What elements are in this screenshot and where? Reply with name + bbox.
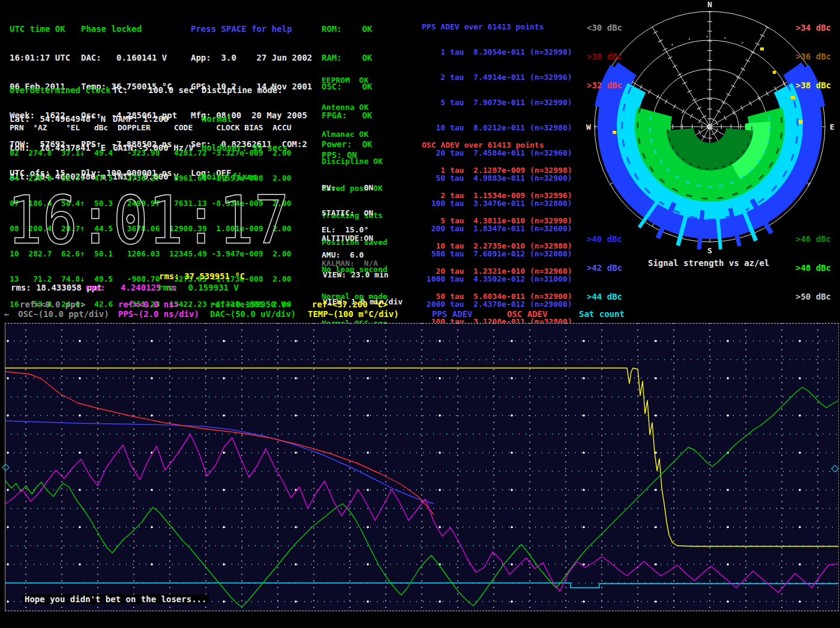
status-message: Hope you didn't bet on the losers... <box>22 594 209 604</box>
rms-temp: rms: 37.539951 °C <box>159 271 245 281</box>
adev-row: 20 tau 1.2321e-010 (n=32960) <box>422 267 572 276</box>
dac-value: DAC: 0.160141 V <box>81 53 177 62</box>
digital-clock: 16:01:17 <box>5 182 299 255</box>
dbc-legend-top-right: >34 dBc >36 dBc >38 dBc <box>796 4 831 109</box>
compass-east-label: E <box>830 122 835 131</box>
view-span: VIEW: 23.0 min <box>323 270 403 279</box>
dbc-lt30: <30 dBc <box>587 23 622 32</box>
time-constant: TC: 100.0 sec <box>113 85 194 95</box>
clock-digits: 16:01:17 <box>7 182 289 253</box>
dbc-gt36: >36 dBc <box>796 52 831 61</box>
ref-pps: ref=<0.0 ns> <box>118 300 179 309</box>
scale-osc: OSC~(10.0 ppt/div) <box>18 309 109 319</box>
adev-row: 10 tau 2.2735e-010 (n=32980) <box>422 242 572 250</box>
dbc-gt46: >46 dBc <box>796 234 831 244</box>
dbc-gt40: >40 dBc <box>587 234 622 244</box>
dbc-gt42: >42 dBc <box>587 263 622 273</box>
sat-table-header: PRN °AZ °EL dBc DOPPLER CODE CLOCK BIAS … <box>10 124 292 132</box>
rms-dac: rms: 0.159931 V <box>158 283 239 292</box>
adev-row: 5 tau 4.3811e-010 (n=32990) <box>422 217 572 225</box>
adev-row: 2 tau 7.4914e-011 (n=32996) <box>422 73 572 82</box>
discipline-label: Discipline mode: <box>202 85 287 95</box>
adev-row: 2 tau 1.1534e-009 (n=32996) <box>422 192 572 200</box>
scale-temp: TEMP~(100 m°C/div) <box>308 309 399 319</box>
ref-osc: ref=<0.0 ppt> <box>20 300 86 309</box>
strip-chart-plot-area[interactable]: Hope you didn't bet on the losers... <box>5 323 839 611</box>
sat-row: 04 229.0 32.7↓ 47.5 -2736.27 8961.66 -1.… <box>10 174 292 183</box>
compass-west-label: W <box>586 122 591 131</box>
strip-chart-traces <box>5 324 838 611</box>
compass-north-label: N <box>707 0 712 9</box>
polar-title: Signal strength vs az/el <box>648 258 769 268</box>
help-hint: Press SPACE for help <box>191 24 312 34</box>
antenna-status: Antenna OK <box>322 103 388 112</box>
ref-temp: ref~<37.200 °C> <box>312 300 388 309</box>
digital-clock-svg: 16:01:17 <box>5 182 299 253</box>
utc-status: UTC time OK <box>10 24 70 34</box>
sat-row: 02 274.8 37.1↓ 49.4 -323.98 4281.72 -3.3… <box>10 149 292 157</box>
adev-row: 5 tau 7.9073e-011 (n=32990) <box>422 98 572 107</box>
almanac-status: Almanac OK <box>322 130 388 139</box>
adev-row: 50 tau 5.6034e-011 (n=32900) <box>422 292 572 301</box>
scale-pps: PPS~(2.0 ns/div) <box>118 309 199 319</box>
dbc-legend-bottom-right: >46 dBc >48 dBc >50 dBc <box>796 215 831 321</box>
utc-time: 16:01:17 UTC <box>10 53 70 62</box>
phase-status: Phase locked <box>81 24 177 34</box>
series-pps-adev-label: PPS ADEV <box>432 309 472 319</box>
adev-row: 1 tau 2.1287e-009 (n=32998) <box>422 166 572 175</box>
dbc-gt50: >50 dBc <box>796 292 831 301</box>
eeprom-status: EEPROM OK <box>322 76 388 85</box>
el-mask: EL: 15.0° <box>322 226 368 234</box>
adev-row: 1 tau 8.3054e-011 (n=32998) <box>422 48 572 56</box>
scroll-left-arrow-icon[interactable]: ← <box>4 309 9 319</box>
dbc-legend-top-left: <30 dBc >30 dBc >32 dBc <box>587 4 622 109</box>
dbc-gt30: >30 dBc <box>587 52 622 61</box>
pps-adev-title: PPS ADEV over 61413 points <box>422 23 572 31</box>
scale-dac: DAC~(50.0 uV/div) <box>210 309 296 319</box>
series-sat-count-label: Sat count <box>579 309 625 319</box>
dbc-gt38: >38 dBc <box>796 80 831 90</box>
compass-south-label: S <box>707 246 712 255</box>
lady-heather-screen: UTC time OK 16:01:17 UTC 06 Feb 2011 Wee… <box>0 0 840 628</box>
rom-status: ROM: OK <box>322 24 372 34</box>
app-version: App: 3.0 27 Jun 2002 <box>191 53 312 62</box>
dbc-gt32: >32 dBc <box>587 80 622 90</box>
dbc-legend-bottom-left: >40 dBc >42 dBc >44 dBc <box>587 215 622 321</box>
pps-state: PPS: ON <box>322 150 357 160</box>
osc-adev-title: OSC ADEV over 61413 points <box>422 141 572 149</box>
dbc-gt48: >48 dBc <box>796 263 831 273</box>
pv-flag: PV: ON <box>322 184 378 192</box>
dbc-gt44: >44 dBc <box>587 292 622 301</box>
series-osc-adev-label: OSC ADEV <box>507 309 547 319</box>
receiver-mode: Overdetermined clock <box>10 85 111 95</box>
dbc-gt34: >34 dBc <box>796 23 831 32</box>
ref-dac: ref~<0.159950 V> <box>210 300 291 309</box>
sat-row: 13 71.2 74.8↓ 49.5 -908.70 3273.05 -1.17… <box>10 275 292 283</box>
